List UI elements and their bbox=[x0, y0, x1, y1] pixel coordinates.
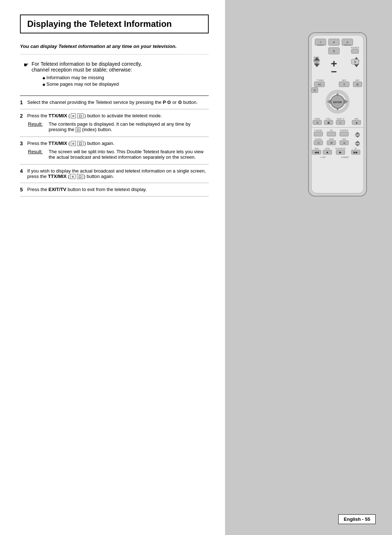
subtitle: You can display Teletext information at … bbox=[20, 44, 209, 54]
svg-rect-65 bbox=[340, 132, 348, 136]
step-row-1: 1 Select the channel providing the Telet… bbox=[20, 96, 209, 109]
step-num-3: 3 bbox=[20, 137, 27, 165]
note-line2: channel reception must be stable; otherw… bbox=[32, 67, 132, 73]
step2-result-table: Result: The contents page is displayed. … bbox=[27, 121, 209, 133]
svg-text:⇄: ⇄ bbox=[331, 142, 332, 144]
step-content-4: If you wish to display the actual broadc… bbox=[27, 165, 209, 183]
step2-index-icon: ⊡ bbox=[75, 127, 81, 132]
svg-text:0: 0 bbox=[333, 49, 335, 53]
step-row-3: 3 Press the TTX/MIX (≡⊡) button again. R… bbox=[20, 137, 209, 165]
page-title: Displaying the Teletext Information bbox=[27, 19, 201, 29]
svg-text:⊠: ⊠ bbox=[356, 83, 359, 86]
right-panel: 7 SLEEP 8 9 PRE.CH 0 P SOURCE MUTE 🔇 + bbox=[225, 0, 392, 535]
svg-rect-63 bbox=[327, 132, 336, 136]
step4-icon: ≡ bbox=[70, 174, 75, 179]
svg-text:REW: REW bbox=[315, 148, 319, 150]
svg-text:☰: ☰ bbox=[314, 89, 316, 92]
bullet-item-2: Some pages may not be displayed bbox=[42, 81, 142, 87]
step3-result-table: Result: The screen will be split into tw… bbox=[27, 148, 209, 161]
step4-icon2: ⊡ bbox=[77, 174, 83, 179]
svg-text:SOURCE: SOURCE bbox=[315, 138, 322, 140]
svg-text:SWAP: SWAP bbox=[329, 138, 334, 140]
step2-icon: ≡ bbox=[71, 113, 76, 118]
step3-result-label: Result: bbox=[28, 149, 48, 160]
step3-result-row: Result: The screen will be split into tw… bbox=[28, 149, 208, 160]
svg-text:8: 8 bbox=[333, 41, 335, 44]
step-content-5: Press the EXIT/TV button to exit from th… bbox=[27, 183, 209, 196]
svg-text:PIP: PIP bbox=[330, 130, 332, 131]
svg-text:◉: ◉ bbox=[356, 122, 358, 124]
step2-icon2: ⊡ bbox=[77, 113, 83, 118]
remote-svg: 7 SLEEP 8 9 PRE.CH 0 P SOURCE MUTE 🔇 + bbox=[301, 31, 374, 205]
svg-text:FF: FF bbox=[355, 148, 357, 150]
note-text: For Teletext information to be displayed… bbox=[32, 61, 142, 92]
svg-text:≡⊡: ≡⊡ bbox=[318, 83, 321, 86]
step2-result-row: Result: The contents page is displayed. … bbox=[28, 121, 208, 132]
svg-text:E.SAVING: E.SAVING bbox=[315, 130, 322, 131]
svg-text:⊙ SET: ⊙ SET bbox=[320, 156, 326, 158]
svg-text:⊞: ⊞ bbox=[343, 142, 345, 144]
step-row-5: 5 Press the EXIT/TV button to exit from … bbox=[20, 183, 209, 196]
step3-ttx-label: TTX/MIX bbox=[49, 141, 67, 146]
step3-result-content: The screen will be split into two. This … bbox=[49, 149, 208, 160]
note-icon: ☛ bbox=[24, 61, 29, 68]
svg-text:▶: ▶ bbox=[339, 151, 342, 154]
main-content: Displaying the Teletext Information You … bbox=[0, 0, 225, 535]
svg-text:POSITION: POSITION bbox=[340, 130, 348, 131]
footer-box: English - 55 bbox=[338, 514, 376, 524]
svg-text:◀◀: ◀◀ bbox=[314, 151, 319, 154]
svg-text:DUAL I-II: DUAL I-II bbox=[337, 118, 344, 120]
step-row-4: 4 If you wish to display the actual broa… bbox=[20, 165, 209, 183]
step-num-1: 1 bbox=[20, 96, 27, 109]
svg-text:9: 9 bbox=[347, 41, 348, 44]
step-content-1: Select the channel providing the Teletex… bbox=[27, 96, 209, 109]
svg-text:■: ■ bbox=[327, 151, 328, 154]
svg-text:ENTER: ENTER bbox=[333, 101, 342, 104]
step-content-2: Press the TTX/MIX (≡⊡) button to activat… bbox=[27, 109, 209, 137]
remote-illustration: 7 SLEEP 8 9 PRE.CH 0 P SOURCE MUTE 🔇 + bbox=[301, 31, 374, 205]
bullet-item-1: Information may be missing bbox=[42, 75, 142, 80]
svg-rect-61 bbox=[314, 132, 323, 136]
svg-text:−: − bbox=[331, 66, 337, 77]
svg-rect-26 bbox=[314, 61, 320, 62]
step1-bold2: ⊙ bbox=[178, 100, 182, 105]
footer-text: English - 55 bbox=[344, 516, 370, 522]
step-content-3: Press the TTX/MIX (≡⊡) button again. Res… bbox=[27, 137, 209, 165]
svg-text:STILL: STILL bbox=[326, 118, 331, 120]
svg-text:SRS: SRS bbox=[355, 118, 359, 120]
svg-text:⊙ RESET: ⊙ RESET bbox=[341, 156, 349, 158]
step-row-2: 2 Press the TTX/MIX (≡⊡) button to activ… bbox=[20, 109, 209, 137]
svg-text:⊞: ⊞ bbox=[317, 122, 318, 124]
svg-text:SIZE: SIZE bbox=[342, 138, 346, 140]
step-num-4: 4 bbox=[20, 165, 27, 183]
svg-text:SLEEP: SLEEP bbox=[318, 44, 324, 46]
step-num-5: 5 bbox=[20, 183, 27, 196]
svg-text:ℹ: ℹ bbox=[344, 83, 345, 86]
svg-rect-14 bbox=[351, 49, 359, 53]
step2-result-label: Result: bbox=[28, 121, 48, 132]
svg-text:⊡: ⊡ bbox=[318, 142, 319, 144]
svg-text:TTX/MIX: TTX/MIX bbox=[317, 79, 324, 81]
svg-text:INFO: INFO bbox=[342, 79, 346, 81]
step3-icon: ≡ bbox=[71, 141, 76, 146]
step2-ttx-label: TTX/MIX bbox=[49, 113, 67, 118]
step4-ttx-label: TTX/MIX bbox=[48, 174, 66, 179]
note-line1: For Teletext information to be displayed… bbox=[32, 61, 142, 67]
step2-result-content: The contents page is displayed. It can b… bbox=[49, 121, 208, 132]
step1-bold: P ⊙ bbox=[163, 100, 171, 105]
step3-icon2: ⊡ bbox=[77, 141, 83, 146]
svg-text:STOP: STOP bbox=[325, 148, 330, 150]
svg-text:P.SIZE: P.SIZE bbox=[314, 118, 320, 120]
bullet-list: Information may be missing Some pages ma… bbox=[42, 75, 142, 87]
svg-text:II: II bbox=[340, 122, 341, 124]
steps-table: 1 Select the channel providing the Telet… bbox=[20, 96, 209, 196]
title-box: Displaying the Teletext Information bbox=[20, 15, 209, 33]
svg-text:PLAY/PAUSE: PLAY/PAUSE bbox=[335, 148, 345, 150]
svg-text:▣: ▣ bbox=[327, 121, 330, 124]
step-num-2: 2 bbox=[20, 109, 27, 137]
svg-text:⊞: ⊞ bbox=[354, 60, 356, 64]
svg-text:SOURCE: SOURCE bbox=[351, 46, 359, 49]
svg-text:EXIT: EXIT bbox=[355, 79, 359, 81]
svg-text:7: 7 bbox=[320, 41, 322, 44]
svg-text:▶▶: ▶▶ bbox=[354, 151, 358, 154]
